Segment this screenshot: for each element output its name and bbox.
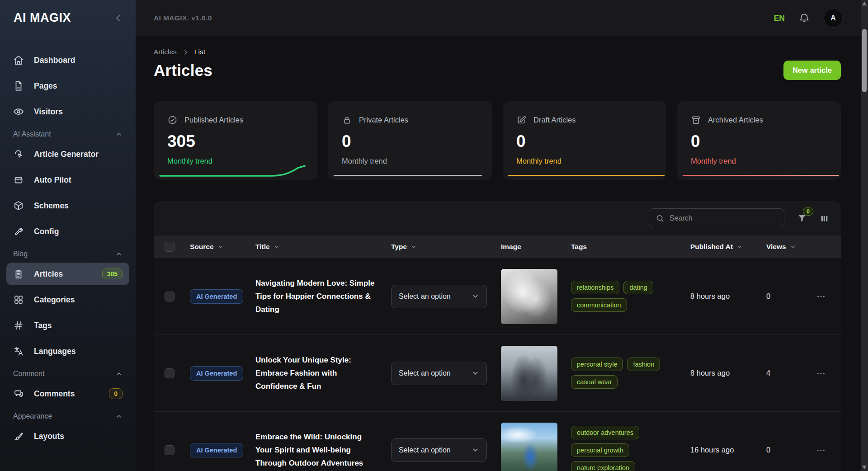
columns-icon	[820, 214, 829, 223]
search-input[interactable]	[670, 214, 778, 222]
breadcrumb-articles[interactable]: Articles	[154, 48, 177, 56]
language-switcher[interactable]: EN	[774, 14, 785, 23]
sidebar-item-dashboard[interactable]: Dashboard	[6, 49, 129, 71]
source-badge: AI Generated	[190, 289, 243, 304]
published-at-cell: 8 hours ago	[690, 369, 766, 377]
article-thumbnail[interactable]	[501, 269, 557, 324]
sidebar-item-languages[interactable]: Languages	[6, 340, 129, 363]
tag-pill[interactable]: relationships	[571, 281, 619, 294]
notifications-button[interactable]	[798, 12, 810, 24]
article-thumbnail[interactable]	[501, 423, 557, 471]
source-badge: AI Generated	[190, 366, 243, 381]
sidebar-item-auto-pilot[interactable]: Auto Pilot	[6, 169, 129, 191]
sort-chevron-icon	[410, 244, 417, 250]
type-select-value: Select an option	[399, 292, 451, 301]
columns-toggle-button[interactable]	[820, 214, 829, 223]
section-label: AI Assistant	[13, 130, 51, 138]
sidebar-section-ai-assistant[interactable]: AI Assistant	[13, 130, 123, 138]
table-row: AI Generated Navigating Modern Love: Sim…	[154, 258, 841, 335]
column-header-type[interactable]: Type	[391, 243, 501, 251]
tag-pill[interactable]: outdoor adventures	[571, 426, 639, 439]
sidebar-item-articles[interactable]: Articles 305	[6, 263, 129, 285]
sidebar-item-label: Layouts	[34, 432, 64, 441]
chevron-down-icon	[472, 446, 479, 454]
vertical-scrollbar[interactable]	[861, 0, 868, 471]
tag-pill[interactable]: casual wear	[571, 375, 618, 389]
sidebar-item-config[interactable]: Config	[6, 220, 129, 243]
type-select[interactable]: Select an option	[391, 438, 487, 462]
column-header-views[interactable]: Views	[766, 243, 816, 251]
stat-card-archived: Archived Articles 0 Monthly trend	[677, 101, 841, 180]
select-all-checkbox[interactable]	[165, 242, 175, 252]
sidebar-item-schemes[interactable]: Schemes	[6, 194, 129, 217]
sidebar-item-label: Categories	[34, 295, 75, 305]
chevron-down-icon	[472, 292, 479, 300]
stat-label: Published Articles	[184, 116, 243, 124]
type-select[interactable]: Select an option	[391, 362, 487, 385]
scrollbar-thumb[interactable]	[862, 29, 867, 92]
stat-label: Private Articles	[359, 116, 408, 124]
sidebar-item-label: Comments	[34, 389, 75, 399]
new-article-button[interactable]: New article	[783, 61, 841, 80]
tag-pill[interactable]: personal style	[571, 358, 623, 371]
article-title-link[interactable]: Unlock Your Unique Style: Embrace Fashio…	[255, 353, 391, 393]
scroll-down-button[interactable]	[861, 464, 868, 471]
type-select[interactable]: Select an option	[391, 285, 487, 308]
views-cell: 0	[766, 446, 816, 454]
sidebar-item-article-generator[interactable]: Article Generator	[6, 143, 129, 165]
sidebar-section-appearance[interactable]: Appearance	[13, 412, 123, 420]
article-title-link[interactable]: Embrace the Wild: Unlocking Your Spirit …	[255, 430, 391, 470]
search-box[interactable]	[649, 208, 784, 228]
row-actions-button[interactable]	[816, 292, 826, 301]
sidebar-item-label: Visitors	[34, 107, 63, 117]
section-label: Appearance	[13, 412, 52, 420]
row-actions-button[interactable]	[816, 368, 826, 378]
triangle-down-icon	[862, 466, 867, 469]
column-header-source[interactable]: Source	[190, 243, 255, 251]
sidebar-header: AI MAGIX	[0, 0, 136, 36]
sidebar-section-blog[interactable]: Blog	[13, 250, 123, 258]
filter-button[interactable]: 0	[797, 213, 807, 223]
app-logo: AI MAGIX	[14, 11, 71, 25]
home-icon	[13, 55, 24, 66]
tag-pill[interactable]: dating	[623, 281, 653, 294]
sidebar-item-categories[interactable]: Categories	[6, 288, 129, 311]
chevron-up-icon	[115, 250, 123, 258]
column-header-published-at[interactable]: Published At	[690, 243, 766, 251]
sidebar-item-tags[interactable]: Tags	[6, 314, 129, 337]
stat-trend-label: Monthly trend	[516, 157, 653, 165]
grid-icon	[13, 294, 24, 305]
sidebar-item-label: Pages	[34, 81, 57, 91]
row-checkbox[interactable]	[165, 368, 175, 378]
sidebar-item-visitors[interactable]: Visitors	[6, 100, 129, 123]
stat-label: Archived Articles	[708, 116, 763, 124]
tag-pill[interactable]: personal growth	[571, 443, 629, 457]
stat-value: 305	[167, 132, 304, 151]
edit-icon	[516, 115, 527, 125]
sidebar-collapse-button[interactable]	[113, 13, 124, 24]
avatar[interactable]: A	[824, 9, 843, 28]
sidebar-section-comment[interactable]: Comment	[13, 370, 123, 378]
row-checkbox[interactable]	[165, 292, 175, 301]
article-thumbnail[interactable]	[501, 346, 557, 401]
app-version-label: AI MAGIX. v1.0.0	[154, 14, 212, 22]
row-checkbox[interactable]	[165, 445, 175, 455]
sidebar-item-layouts[interactable]: Layouts	[6, 425, 129, 447]
ellipsis-icon	[816, 368, 826, 378]
sidebar-item-pages[interactable]: Pages	[6, 75, 129, 97]
tag-pill[interactable]: fashion	[627, 358, 660, 371]
section-label: Blog	[13, 250, 28, 258]
article-title-link[interactable]: Navigating Modern Love: Simple Tips for …	[255, 277, 391, 316]
tag-pill[interactable]: nature exploration	[571, 461, 635, 471]
inbox-icon	[13, 174, 24, 185]
clipboard-icon	[13, 268, 24, 279]
chat-bubbles-icon	[13, 388, 24, 399]
row-actions-button[interactable]	[816, 445, 826, 455]
main-area: AI MAGIX. v1.0.0 EN A Articles List Arti…	[136, 0, 861, 471]
chevron-up-icon	[115, 370, 123, 377]
scroll-up-button[interactable]	[861, 0, 868, 7]
tag-pill[interactable]: communication	[571, 298, 627, 312]
sidebar-item-comments[interactable]: Comments 0	[6, 382, 129, 405]
column-header-title[interactable]: Title	[255, 243, 391, 251]
chevron-right-icon	[182, 49, 189, 56]
